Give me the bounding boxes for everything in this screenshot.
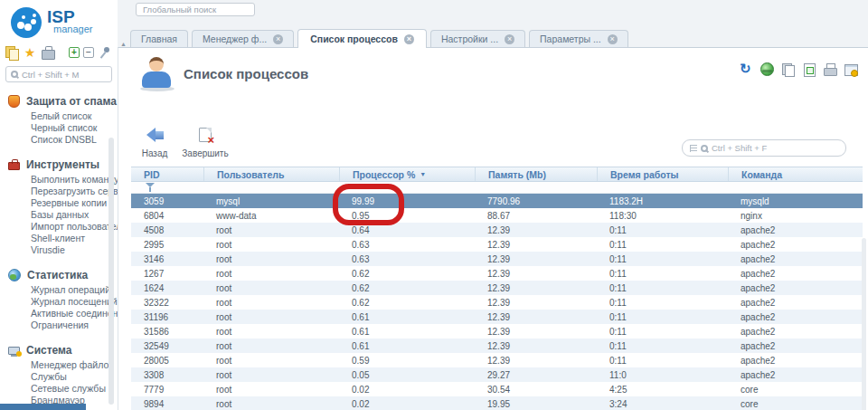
tab-active[interactable]: Список процессов×: [297, 29, 427, 48]
column-header[interactable]: Процессор %▼: [339, 167, 475, 181]
sidebar-item[interactable]: Белый список: [31, 110, 118, 122]
table-row[interactable]: 32322root0.6212.390:11apache2: [131, 295, 863, 310]
table-row[interactable]: 28005root0.5912.390:11apache2: [131, 353, 863, 367]
table-cell: 0:11: [597, 269, 728, 279]
table-cell: apache2: [728, 298, 863, 308]
sidebar-item[interactable]: Журнал посещений: [31, 296, 118, 308]
kill-process-label: Завершить: [178, 148, 232, 158]
sidebar-section-items: Выполнить командуПерезагрузить серверРез…: [8, 174, 118, 256]
table-cell: 0:11: [597, 312, 728, 322]
table-row[interactable]: 3308root0.0529.2711:0apache2: [131, 367, 863, 382]
collapse-all-icon[interactable]: −: [83, 47, 94, 58]
table-cell: apache2: [728, 312, 863, 322]
sidebar-item[interactable]: Сетевые службы: [31, 383, 118, 395]
tab-item[interactable]: Главная: [130, 30, 188, 47]
table-filter-input[interactable]: [712, 143, 838, 153]
sidebar-section-title: Инструменты: [26, 158, 99, 171]
table-cell: 29.27: [475, 370, 597, 380]
sidebar-section-header[interactable]: Статистика: [8, 268, 118, 281]
table-row[interactable]: 31586root0.6112.390:11apache2: [131, 324, 863, 338]
table-cell: 118:30: [597, 211, 728, 221]
back-button[interactable]: Назад: [127, 128, 182, 158]
sidebar-item[interactable]: Резервные копии: [31, 197, 118, 209]
sidebar-section-header[interactable]: Система: [8, 343, 118, 357]
tab-item[interactable]: Параметры ...×: [529, 30, 628, 47]
refresh-icon[interactable]: [740, 62, 753, 76]
table-cell: apache2: [728, 356, 863, 366]
table-row[interactable]: 4508root0.6412.390:11apache2: [131, 223, 863, 237]
table-cell: 0:11: [597, 225, 728, 235]
funnel-icon[interactable]: [146, 183, 155, 193]
sidebar-item[interactable]: Shell-клиент: [31, 233, 118, 244]
sidebar-item[interactable]: Активные соединения: [31, 308, 118, 319]
column-header[interactable]: PID: [131, 167, 203, 181]
briefcase-icon[interactable]: [41, 45, 55, 60]
table-row[interactable]: 6804www-data0.9588.67118:30nginx: [131, 208, 863, 223]
table-row[interactable]: 7779root0.0230.544:25core: [131, 382, 863, 396]
sidebar-item[interactable]: Менеджер файлов: [31, 359, 118, 371]
column-header[interactable]: Память (Mb): [475, 167, 597, 181]
sidebar-item[interactable]: Черный список: [31, 122, 118, 134]
sidebar-item[interactable]: Импорт пользователя: [31, 221, 118, 233]
table-row[interactable]: 3146root0.6312.390:11apache2: [131, 252, 863, 266]
table-cell: 0:11: [597, 254, 728, 264]
content-scrollbar[interactable]: [862, 238, 866, 410]
winset-icon[interactable]: [844, 62, 857, 76]
table-cell: 0.62: [339, 298, 475, 308]
tab-close-icon[interactable]: ×: [404, 34, 414, 44]
sidebar-item[interactable]: Базы данных: [31, 209, 118, 221]
sidebar-item[interactable]: Перезагрузить сервер: [31, 186, 118, 197]
kill-process-button[interactable]: Завершить: [178, 128, 232, 158]
tab-close-icon[interactable]: ×: [608, 34, 618, 44]
back-button-label: Назад: [127, 148, 182, 158]
sidebar-section-header[interactable]: Защита от спама: [8, 94, 118, 108]
table-row[interactable]: 1267root0.6212.390:11apache2: [131, 266, 863, 281]
sidebar-item[interactable]: Журнал операций: [31, 284, 118, 296]
column-header[interactable]: Команда: [728, 167, 863, 181]
sidebar-section-header[interactable]: Инструменты: [8, 157, 118, 171]
sidebar-scrollbar[interactable]: [108, 138, 114, 405]
sidebar-collapse-icon[interactable]: ▲: [120, 41, 127, 47]
table-row[interactable]: 31196root0.6112.390:11apache2: [131, 310, 863, 324]
sidebar-item[interactable]: Выполнить команду: [31, 174, 118, 186]
tab-item[interactable]: Менеджер ф...×: [192, 30, 294, 47]
table-row[interactable]: 1624root0.6212.390:11apache2: [131, 281, 863, 295]
sidebar-section: СтатистикаЖурнал операцийЖурнал посещени…: [0, 268, 118, 331]
sidebar-item[interactable]: Список DNSBL: [31, 134, 118, 146]
export-icon[interactable]: [802, 62, 816, 76]
table-cell: 12.39: [475, 225, 597, 235]
table-cell: 0.59: [339, 356, 475, 366]
sidebar-search-input[interactable]: [22, 70, 107, 80]
tab-close-icon[interactable]: ×: [505, 34, 514, 44]
global-search-input[interactable]: [136, 3, 255, 16]
pin-icon[interactable]: [98, 45, 112, 60]
table-row[interactable]: 9894root0.0219.953:24core: [131, 396, 863, 410]
tab-close-icon[interactable]: ×: [273, 34, 283, 44]
column-header[interactable]: Время работы: [597, 167, 728, 181]
sidebar-item[interactable]: Virusdie: [31, 244, 118, 256]
table-row[interactable]: 32549root0.6112.390:11apache2: [131, 338, 863, 353]
expand-all-icon[interactable]: +: [69, 47, 80, 58]
table-cell: 3146: [131, 254, 203, 264]
computer-icon: [8, 347, 20, 355]
table-cell: 0.64: [339, 225, 475, 235]
sidebar-item[interactable]: Службы: [31, 371, 118, 383]
sidebar-search[interactable]: [5, 66, 112, 82]
copy-icon[interactable]: [781, 62, 795, 76]
table-row[interactable]: 3059mysql99.997790.961183.2Hmysqld: [131, 194, 863, 208]
table-body: 3059mysql99.997790.961183.2Hmysqld6804ww…: [131, 194, 863, 410]
logo-title: ISP: [47, 10, 92, 24]
print-icon[interactable]: [823, 62, 836, 76]
sheets-icon[interactable]: [5, 45, 19, 60]
webglobe-icon[interactable]: [760, 62, 774, 76]
sidebar-item[interactable]: Ограничения: [31, 319, 118, 331]
table-cell: 0.62: [339, 269, 475, 279]
logo-text: ISP manager: [47, 10, 92, 34]
tabs-bar: ГлавнаяМенеджер ф...×Список процессов×На…: [118, 27, 868, 47]
table-filter[interactable]: [682, 139, 846, 157]
table-row[interactable]: 2995root0.6312.390:11apache2: [131, 237, 863, 252]
header-actions: [740, 62, 857, 76]
tab-item[interactable]: Настройки ...×: [430, 30, 525, 47]
star-icon[interactable]: ★: [23, 45, 37, 60]
column-header[interactable]: Пользователь: [203, 167, 339, 181]
